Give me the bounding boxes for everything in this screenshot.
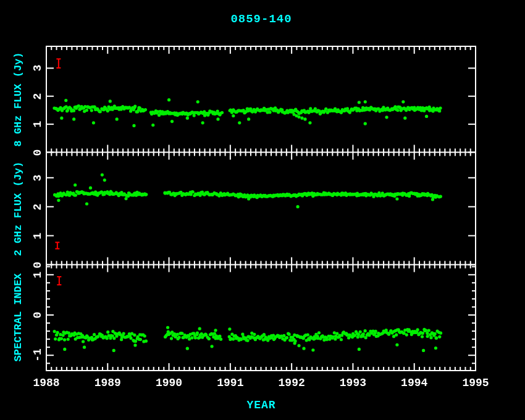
plot-title: 0859-140 [230,12,292,26]
y-tick-label: 1 [32,121,44,128]
y-tick-label: 2 [32,93,44,99]
x-tick-label: 1993 [340,377,366,389]
x-tick-label: 1992 [279,377,305,389]
x-tick-label: 1991 [217,377,243,389]
y-tick-label: 3 [32,65,44,72]
plot-figure: 0859-140 8 GHz FLUX (Jy) 2 GHz FLUX (Jy)… [0,0,525,420]
y-tick-label: 0 [32,261,44,268]
x-tick-label: 1995 [462,377,489,389]
y-tick-label: 0 [32,312,44,319]
y-axis-label-2ghz: 2 GHz FLUX (Jy) [12,161,24,256]
y-tick-label: 1 [32,271,44,278]
y-axis-label-8ghz: 8 GHz FLUX (Jy) [12,52,24,146]
x-tick-label: 1988 [33,377,59,389]
y-tick-label: 0 [32,149,44,156]
x-tick-label: 1994 [401,377,427,389]
y-axis-label-spectral-index: SPECTRAL INDEX [12,274,24,362]
y-tick-label: 1 [32,232,44,239]
y-tick-label: -1 [32,348,44,362]
y-tick-label: 2 [32,203,44,210]
x-tick-label: 1989 [94,377,121,389]
plot-canvas [0,0,525,420]
y-tick-label: 3 [32,174,44,181]
x-tick-label: 1990 [156,377,182,389]
x-axis-label: YEAR [246,399,275,411]
